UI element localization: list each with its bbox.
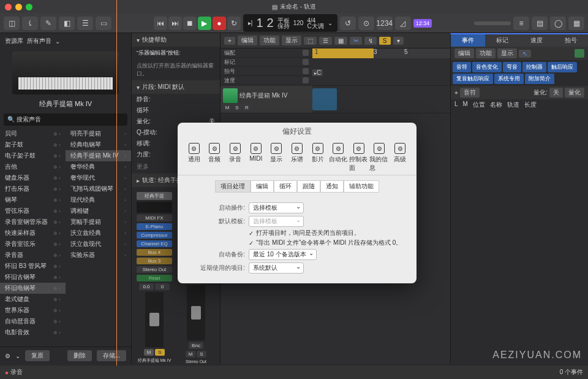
event-filter-button[interactable]: 复音触后响应	[453, 74, 493, 84]
list-item[interactable]: 录音室钢管乐器⊕ ›	[0, 216, 66, 228]
library-filter[interactable]: 所有声音	[27, 37, 51, 45]
pointer-icon[interactable]: ↖	[519, 50, 531, 58]
list-item[interactable]: 飞翔马戏团钢琴›	[66, 183, 131, 194]
list-item[interactable]: 老式键盘⊕ ›	[0, 294, 66, 305]
list-item[interactable]: 录音室弦乐⊕ ›	[0, 239, 66, 250]
automation-row[interactable]: 编配	[221, 48, 312, 58]
column-header[interactable]: 长度	[524, 101, 537, 109]
pref-category[interactable]: ⚙通用	[184, 143, 204, 172]
track-header[interactable]: 经典手提箱 Mk IV MSR	[221, 86, 312, 113]
pref-tab[interactable]: 跟随	[297, 180, 320, 193]
checkbox-icon[interactable]: ✓	[249, 230, 254, 237]
list-item[interactable]: 奢华经典›	[66, 161, 131, 172]
channel-strip-track[interactable]: 经典手提 MIDI FX E-Piano Compressor Channel …	[137, 192, 172, 364]
list-item[interactable]: 键盘乐器⊕ ›	[0, 172, 66, 183]
list-item[interactable]: 录音器⊕ ›	[0, 250, 66, 261]
pref-category[interactable]: ⚙录音	[225, 143, 245, 172]
list-item[interactable]: 世界乐器⊕ ›	[0, 305, 66, 316]
undo-button[interactable]: 复原	[25, 350, 50, 361]
chevron-down-icon[interactable]: ⌄	[55, 38, 60, 45]
pref-tab[interactable]: 编辑	[251, 180, 274, 193]
ev-edit-menu[interactable]: 编辑	[454, 48, 474, 58]
list-item[interactable]: 怀旧 B3 管风琴⊕ ›	[0, 261, 66, 272]
track-row[interactable]: 经典手提箱 Mk IV MSR	[221, 86, 450, 113]
list-item[interactable]: 快速采样器⊕ ›	[0, 228, 66, 239]
lcd-menu-icon[interactable]: ⌄	[328, 20, 333, 26]
event-filter-button[interactable]: 音符	[453, 62, 471, 72]
zoom-icon[interactable]: ⬚	[304, 37, 317, 45]
record-button[interactable]: ●	[213, 17, 226, 30]
count-in-button[interactable]: 1234	[377, 17, 393, 30]
master-time[interactable]: 12:34	[413, 19, 432, 28]
column-header[interactable]: 轨道	[507, 101, 519, 109]
go-to-start-icon[interactable]: ▸|	[248, 20, 253, 26]
automation-row[interactable]: 速度	[221, 76, 312, 85]
event-filter-button[interactable]: 音色变化	[472, 62, 502, 72]
metronome-button[interactable]: ◿	[395, 17, 411, 30]
event-filter-button[interactable]: 附加简介	[525, 74, 554, 84]
mixer-toggle[interactable]: ☰	[77, 17, 93, 30]
pref-category[interactable]: ⚙显示	[266, 143, 286, 172]
cycle-button[interactable]: ↻	[227, 17, 241, 30]
inspector-toggle[interactable]: ⤹	[22, 17, 38, 30]
pref-category[interactable]: ⚙自动化	[328, 143, 348, 172]
pref-tab[interactable]: 辅助功能	[344, 180, 379, 193]
list-item[interactable]: 明亮手提箱›	[66, 128, 131, 139]
list-item[interactable]: 自动琶音器⊕ ›	[0, 316, 66, 327]
list-icon[interactable]: ☰	[319, 37, 332, 45]
automation-row[interactable]: 拍号	[221, 67, 312, 76]
list-item[interactable]: 电子架子鼓⊕ ›	[0, 150, 66, 161]
library-category-list[interactable]: 贝司⊕ ›架子鼓⊕ ›电子架子鼓⊕ ›吉他⊕ ›键盘乐器⊕ ›打击乐器⊕ ›钢琴…	[0, 128, 66, 346]
event-tab[interactable]: 速度	[519, 34, 554, 47]
list-editors-button[interactable]: ≡	[513, 17, 529, 30]
snap-icon[interactable]: ✂	[350, 37, 362, 45]
list-item[interactable]: 怀旧古钢琴⊕ ›	[0, 272, 66, 283]
master-volume[interactable]	[474, 21, 511, 25]
notes-button[interactable]: ▤	[532, 17, 548, 30]
checkbox-icon[interactable]: ✓	[249, 240, 254, 247]
toolbar-toggle[interactable]: ✎	[40, 17, 56, 30]
library-toggle[interactable]: ◫	[4, 17, 20, 30]
list-item[interactable]: 怀旧电钢琴⊕ ›	[0, 283, 66, 294]
event-filter-button[interactable]: 弯音	[503, 62, 521, 72]
list-item[interactable]: 贝司⊕ ›	[0, 128, 66, 139]
solo-button[interactable]: S	[379, 37, 391, 45]
track-lane[interactable]	[312, 86, 450, 113]
column-header[interactable]: 位置	[473, 101, 485, 109]
event-tab[interactable]: 事件	[451, 34, 485, 47]
template-select[interactable]: 选择模板	[249, 216, 304, 227]
ev-view-menu[interactable]: 显示	[497, 48, 517, 58]
loops-button[interactable]: ◯	[550, 17, 566, 30]
list-item[interactable]: 现代经典›	[66, 194, 131, 205]
quantize-button[interactable]: 量化	[565, 88, 584, 98]
pref-tab[interactable]: 通知	[320, 180, 344, 193]
list-item[interactable]: 调相键›	[66, 205, 131, 216]
column-header[interactable]: M	[463, 101, 468, 109]
pref-category[interactable]: ⚙音频	[205, 143, 224, 172]
event-filter-button[interactable]: 控制器	[522, 62, 546, 72]
browser-button[interactable]: ▦	[568, 17, 584, 30]
close-icon[interactable]	[5, 4, 12, 10]
tuner-button[interactable]: ⊙	[358, 17, 374, 30]
list-item[interactable]: 吉他⊕ ›	[0, 161, 66, 172]
pref-category[interactable]: ⚙影片	[308, 143, 328, 172]
view-menu[interactable]: 显示	[282, 36, 301, 45]
inspector-row[interactable]: 循环	[132, 105, 220, 116]
event-type-select[interactable]: 音符	[460, 88, 480, 98]
pref-category[interactable]: ⚙MIDI	[246, 143, 266, 172]
gear-icon[interactable]: ⚙	[5, 353, 10, 359]
pref-category[interactable]: ⚙我的信息	[369, 143, 389, 172]
key-marker[interactable]: ▸C	[312, 69, 323, 76]
event-tab[interactable]: 标记	[485, 34, 519, 47]
add-track-button[interactable]: +	[224, 37, 235, 45]
event-icon[interactable]	[575, 49, 584, 58]
recent-select[interactable]: 系统默认	[249, 262, 304, 274]
list-item[interactable]: 经典手提箱 Mk IV›	[66, 150, 131, 161]
save-button[interactable]: 存储...	[97, 350, 126, 361]
pref-category[interactable]: ⚙控制表面	[349, 143, 369, 172]
play-button[interactable]: ▶	[198, 17, 211, 30]
lcd-display[interactable]: ▸| 1 2 平板保持 120 4/4C大调 ⌄	[243, 14, 337, 32]
list-item[interactable]: 架子鼓⊕ ›	[0, 139, 66, 150]
smart-controls-toggle[interactable]: ◧	[59, 17, 75, 30]
inspector-row[interactable]: 静音:	[132, 94, 220, 105]
